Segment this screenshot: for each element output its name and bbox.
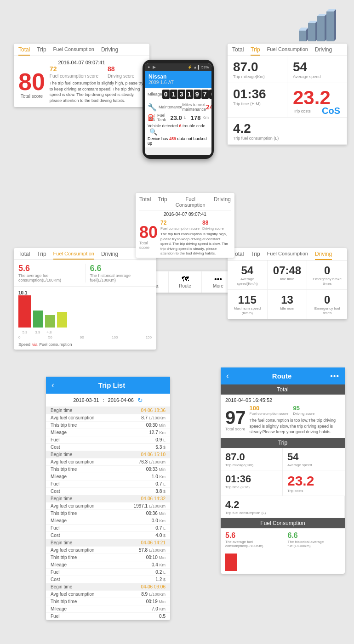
nested-tab-driving[interactable]: Driving — [214, 196, 231, 210]
tab-driving[interactable]: Driving — [101, 46, 118, 56]
hist-fuel-value: 6.6 — [90, 264, 152, 273]
driving-avg-speed: 54 Average speed(Km/h) — [228, 260, 268, 290]
driving-max-speed: 115 Maximum speed (Km/h) — [228, 290, 268, 319]
miles-next-value: 2408Km — [206, 103, 211, 111]
driving-tab-driving[interactable]: Driving — [315, 251, 332, 260]
more-icon: ••• — [214, 275, 222, 283]
nested-driving-score: 88 — [202, 220, 208, 226]
nested-tab-total[interactable]: Total — [139, 196, 151, 210]
nested-date: 2016-04-07 09:07:41 — [139, 212, 231, 217]
driving-card: Total Trip Fuel Consumption Driving 54 A… — [228, 248, 347, 319]
route-hist-fuel-label: The historical average fuel(L/100Km) — [288, 540, 341, 548]
route-avg-fuel-label: The average fuel consumption(L/100Km) — [225, 540, 278, 548]
route-trip-mileage-label: Trip mileage(Km) — [225, 463, 278, 467]
route-avg-speed-value: 54 — [287, 451, 340, 463]
route-trip-header: Trip — [221, 438, 345, 448]
driving-emergency-brake: 0 Emergency brake times — [307, 260, 347, 290]
trip-time-value: 01:36 — [233, 87, 281, 102]
route-chart — [221, 551, 345, 574]
total-score-label: Total score — [18, 94, 45, 99]
hist-fuel-cell: 6.6 The historical average fuel(L/100Km) — [90, 264, 152, 282]
route-trip-grid: 87.0 Trip mileage(Km) 54 Average speed 0… — [221, 448, 345, 518]
odometer-display: 0 1 3 1 9 7 0 — [162, 90, 211, 99]
route-fuel-consumption: 4.2 Trip fuel consumption (L) — [221, 496, 345, 518]
driving-tab-fuel[interactable]: Fuel Consumption — [267, 251, 308, 260]
fuel-tab-fuel[interactable]: Fuel Consumption — [53, 251, 94, 260]
fuel-tab-total[interactable]: Total — [18, 251, 30, 260]
trip-list-date-row: 2016-03-31 : 2016-04-06 ↻ — [46, 394, 170, 407]
score-description: The trip fuel consumption is slightly hi… — [50, 80, 145, 103]
route-trip-mileage: 87.0 Trip mileage(Km) — [221, 448, 283, 470]
driving-tab-trip[interactable]: Trip — [251, 251, 260, 260]
phone-mockup: ● ▶ ⚡ ▲ ▌ 53% Nissan 2009-1.6-AT Mileage… — [143, 60, 214, 159]
driving-emergency-brake-value: 0 — [311, 264, 343, 277]
trip-mileage-value: 87.0 — [233, 60, 281, 74]
nested-tab-fuel[interactable]: Fuel Consumption — [174, 196, 207, 210]
nested-tabs: Total Trip Fuel Consumption Driving — [139, 195, 231, 210]
tab-trip[interactable]: Trip — [37, 46, 46, 56]
bar-3 — [45, 315, 55, 328]
route-more-button[interactable]: ••• — [330, 372, 339, 380]
bar-2 — [33, 311, 43, 328]
digit-6: 0 — [209, 90, 211, 99]
tab-total[interactable]: Total — [18, 46, 30, 56]
nested-tab-trip[interactable]: Trip — [158, 196, 167, 210]
route-back-button[interactable]: ‹ — [226, 371, 229, 381]
list-item: This trip time 00:36 Min — [46, 510, 170, 517]
digit-3: 1 — [186, 90, 193, 99]
trip-list-back-button[interactable]: ‹ — [51, 380, 54, 390]
route-driving-score-label: Driving score — [293, 412, 314, 416]
driving-score-label: Driving score — [108, 73, 134, 79]
list-item: Begin time 04-06 18:36 — [46, 407, 170, 414]
list-item: Begin time 04-06 15:10 — [46, 451, 170, 458]
trip-list-card: ‹ Trip List 2016-03-31 : 2016-04-06 ↻ Be… — [46, 377, 170, 620]
trip-time-cell: 01:36 Trip time (H:M) — [228, 83, 287, 118]
phone-screen: ● ▶ ⚡ ▲ ▌ 53% Nissan 2009-1.6-AT Mileage… — [145, 63, 211, 155]
route-date: 2016-04-05 16:45:52 — [225, 397, 340, 403]
car-name: Nissan — [148, 73, 208, 80]
signal-icon: ▌ — [198, 65, 200, 69]
svg-rect-1 — [299, 30, 306, 31]
score-tabs: Total Trip Fuel Consumption Driving — [14, 44, 149, 56]
fuel-tab-driving[interactable]: Driving — [101, 251, 118, 260]
route-tab[interactable]: 🗺 Route — [169, 271, 202, 293]
route-trip-time: 01:36 Trip time (H:M) — [221, 470, 283, 496]
odometer-row: Mileage 0 1 3 1 9 7 0 — [145, 88, 211, 101]
trip-tab-trip[interactable]: Trip — [251, 46, 260, 56]
refresh-button[interactable]: ↻ — [137, 396, 143, 404]
digit-1: 1 — [170, 90, 177, 99]
list-item: Mileage 12.7 Km — [46, 429, 170, 436]
hist-fuel-label: The historical average fuel(L/100Km) — [90, 273, 152, 282]
wifi-icon: ▲ — [193, 65, 197, 69]
driving-idle-time: 07:48 Idle time — [268, 260, 308, 290]
route-trip-mileage-value: 87.0 — [225, 451, 278, 463]
date-from: 2016-03-31 — [73, 397, 99, 403]
trip-tab-driving[interactable]: Driving — [315, 46, 332, 56]
digit-2: 3 — [178, 90, 185, 99]
driving-idle-num-value: 13 — [271, 294, 303, 306]
trip-tab-total[interactable]: Total — [232, 46, 244, 56]
fuel-avg-row: 5.6 The average fuel consumption(L/100Km… — [14, 260, 156, 287]
tab-fuel[interactable]: Fuel Consumption — [53, 46, 94, 56]
avg-speed-label: Average speed — [293, 74, 342, 79]
mileage-value: 178 — [191, 114, 201, 121]
driving-emergency-fuel-value: 0 — [311, 294, 343, 306]
trip-list-title: Trip List — [59, 381, 165, 389]
date-to: 2016-04-06 — [108, 397, 134, 403]
chart-area: 10.1 5.3 3.9 4.8 05090100150 — [14, 287, 156, 341]
driving-idle-time-label: Idle time — [271, 277, 303, 282]
nested-total-score: 80 — [139, 224, 158, 241]
driving-idle-num: 13 Idle num — [268, 290, 308, 319]
route-avg-speed-label: Average speed — [287, 463, 340, 467]
miles-next-label: Miles to next maintenance — [183, 102, 206, 112]
maintenance-label: Maintenance — [159, 105, 183, 109]
fuel-score-value: 72 — [50, 65, 57, 73]
route-fuel-consumption-label: Trip fuel consumption (L) — [225, 511, 340, 515]
trip-tab-fuel[interactable]: Fuel Consumption — [267, 46, 308, 56]
fuel-tab-trip[interactable]: Trip — [37, 251, 46, 260]
list-item: Fuel 0.7 L — [46, 480, 170, 488]
route-fuel-score-label: Fuel consumption score — [250, 412, 289, 416]
trip-card: Total Trip Fuel Consumption Driving 87.0… — [228, 44, 347, 145]
nested-fuel-score: 72 — [160, 220, 166, 226]
list-item: Cost 3.8 $ — [46, 488, 170, 495]
